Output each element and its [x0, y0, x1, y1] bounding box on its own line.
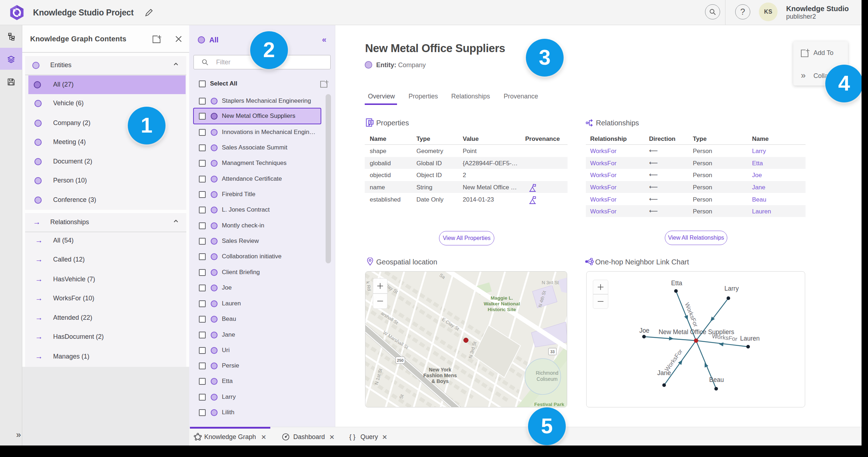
svg-text:Richmond: Richmond: [536, 370, 558, 376]
svg-text:& Boys: & Boys: [431, 378, 449, 384]
svg-text:Beau: Beau: [709, 376, 724, 383]
svg-text:Etta: Etta: [671, 280, 682, 287]
svg-text:Coliseum: Coliseum: [537, 376, 557, 382]
svg-text:Historic Site: Historic Site: [488, 307, 516, 312]
svg-text:Maggie L.: Maggie L.: [491, 295, 513, 301]
svg-text:New York: New York: [429, 367, 452, 373]
svg-text:250: 250: [397, 358, 403, 363]
svg-text:Walker National: Walker National: [484, 301, 520, 306]
svg-text:Lauren: Lauren: [740, 335, 760, 342]
svg-text:33: 33: [550, 350, 555, 354]
svg-text:Larry: Larry: [724, 285, 739, 292]
svg-text:Fashion Mens: Fashion Mens: [423, 373, 457, 378]
svg-text:WorksFor: WorksFor: [663, 348, 684, 373]
svg-text:Joe: Joe: [639, 327, 649, 334]
svg-text:WorksFor: WorksFor: [684, 301, 700, 328]
svg-text:Festival Park: Festival Park: [534, 402, 564, 407]
svg-text:N 3rd St: N 3rd St: [542, 280, 559, 285]
